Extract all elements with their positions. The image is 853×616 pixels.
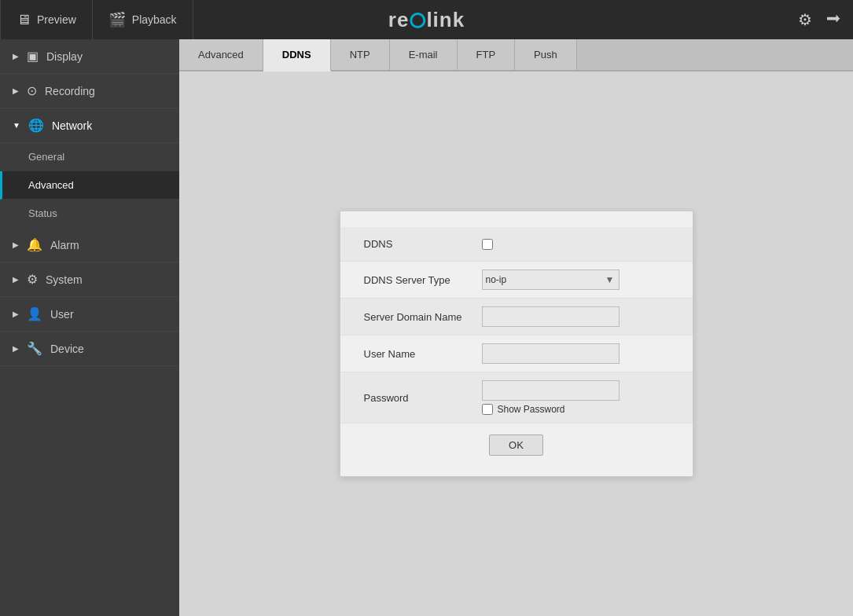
header: 🖥 Preview 🎬 Playback relink ⚙ ⮕ (0, 0, 853, 39)
sub-item-label-status: Status (28, 207, 57, 219)
tab-ntp[interactable]: NTP (331, 39, 390, 70)
header-actions: ⚙ ⮕ (795, 7, 845, 32)
chevron-right-icon-system: ▶ (13, 275, 19, 284)
chevron-down-icon-network: ▼ (13, 121, 20, 130)
password-control: Show Password (482, 380, 669, 415)
alarm-icon: 🔔 (27, 237, 42, 252)
tab-ddns[interactable]: DDNS (263, 39, 331, 72)
app-logo: relink (388, 7, 465, 32)
tab-ntp-label: NTP (350, 49, 370, 60)
sidebar-item-label-alarm: Alarm (50, 239, 79, 251)
ddns-label: DDNS (364, 238, 482, 250)
sidebar-sub-item-general[interactable]: General (0, 143, 179, 171)
app-layout: ▶ ▣ Display ▶ ⊙ Recording ▼ 🌐 Network Ge… (0, 39, 853, 616)
password-label: Password (364, 392, 482, 404)
logout-button[interactable]: ⮕ (823, 8, 845, 32)
tab-advanced-label: Advanced (198, 49, 244, 60)
sidebar: ▶ ▣ Display ▶ ⊙ Recording ▼ 🌐 Network Ge… (0, 39, 179, 616)
tab-advanced[interactable]: Advanced (179, 39, 263, 70)
sidebar-item-user[interactable]: ▶ 👤 User (0, 297, 179, 332)
server-domain-control (482, 306, 669, 327)
sidebar-item-label-user: User (50, 308, 74, 321)
display-icon: ▣ (27, 49, 39, 64)
server-type-control: no-ip dynDNS ▼ (482, 270, 669, 290)
ddns-server-type-label: DDNS Server Type (364, 274, 482, 286)
server-domain-label: Server Domain Name (364, 311, 482, 323)
sidebar-item-system[interactable]: ▶ ⚙ System (0, 262, 179, 297)
username-input[interactable] (482, 343, 620, 364)
playback-icon: 🎬 (108, 11, 126, 28)
sidebar-sub-item-status[interactable]: Status (0, 200, 179, 228)
tab-ddns-label: DDNS (282, 49, 311, 60)
sidebar-item-label-display: Display (46, 50, 83, 63)
ddns-server-type-select[interactable]: no-ip dynDNS (482, 270, 620, 290)
ok-button[interactable]: OK (489, 434, 543, 456)
settings-button[interactable]: ⚙ (795, 7, 815, 32)
system-icon: ⚙ (27, 272, 38, 287)
network-icon: 🌐 (28, 118, 44, 133)
form-row-server-type: DDNS Server Type no-ip dynDNS ▼ (340, 262, 693, 299)
tab-ftp[interactable]: FTP (458, 39, 516, 70)
show-password-checkbox[interactable] (482, 404, 493, 415)
sidebar-sub-item-advanced[interactable]: Advanced (0, 171, 179, 200)
preview-icon: 🖥 (17, 12, 31, 28)
chevron-right-icon-recording: ▶ (13, 86, 19, 95)
sidebar-item-device[interactable]: ▶ 🔧 Device (0, 332, 179, 366)
chevron-right-icon-device: ▶ (13, 344, 19, 353)
ddns-form-card: DDNS DDNS Server Type no-ip dynDNS (340, 211, 693, 477)
username-label: User Name (364, 348, 482, 360)
content-area: DDNS DDNS Server Type no-ip dynDNS (179, 72, 853, 616)
form-row-username: User Name (340, 336, 693, 372)
form-ok-row: OK (340, 424, 693, 460)
sidebar-item-recording[interactable]: ▶ ⊙ Recording (0, 74, 179, 108)
user-icon: 👤 (27, 306, 42, 321)
tab-push-label: Push (534, 49, 557, 60)
sub-item-label-advanced: Advanced (28, 179, 74, 191)
tab-push[interactable]: Push (515, 39, 577, 70)
ddns-control (482, 239, 669, 250)
sidebar-item-label-network: Network (52, 119, 92, 132)
tab-email-label: E-mail (409, 49, 438, 60)
form-row-domain: Server Domain Name (340, 299, 693, 336)
ddns-checkbox[interactable] (482, 239, 493, 250)
recording-icon: ⊙ (27, 83, 37, 98)
sidebar-item-display[interactable]: ▶ ▣ Display (0, 39, 179, 74)
show-password-label[interactable]: Show Password (482, 404, 620, 415)
server-type-select-wrapper: no-ip dynDNS ▼ (482, 270, 620, 290)
ok-label: OK (509, 439, 524, 451)
server-domain-input[interactable] (482, 306, 620, 327)
sub-item-label-general: General (28, 151, 64, 163)
tab-ftp-label: FTP (476, 49, 496, 60)
main-content: Advanced DDNS NTP E-mail FTP Push (179, 39, 853, 616)
username-control (482, 343, 669, 364)
chevron-right-icon: ▶ (13, 52, 19, 60)
sidebar-item-label-system: System (46, 273, 83, 286)
tab-preview[interactable]: 🖥 Preview (0, 0, 93, 39)
password-section: Show Password (482, 380, 620, 415)
device-icon: 🔧 (27, 341, 42, 356)
form-row-ddns: DDNS (340, 227, 693, 262)
chevron-right-icon-user: ▶ (13, 310, 19, 318)
sidebar-item-label-device: Device (50, 343, 84, 355)
tab-bar: Advanced DDNS NTP E-mail FTP Push (179, 39, 853, 72)
form-row-password: Password Show Password (340, 372, 693, 424)
show-password-text: Show Password (498, 404, 565, 415)
sidebar-item-alarm[interactable]: ▶ 🔔 Alarm (0, 228, 179, 262)
password-input[interactable] (482, 380, 620, 401)
sidebar-item-network[interactable]: ▼ 🌐 Network (0, 108, 179, 143)
header-tab-list: 🖥 Preview 🎬 Playback (0, 0, 193, 39)
chevron-right-icon-alarm: ▶ (13, 240, 19, 249)
tab-email[interactable]: E-mail (390, 39, 458, 70)
tab-playback[interactable]: 🎬 Playback (93, 0, 193, 39)
playback-label: Playback (132, 13, 177, 26)
preview-label: Preview (37, 13, 76, 26)
sidebar-item-label-recording: Recording (45, 85, 95, 97)
